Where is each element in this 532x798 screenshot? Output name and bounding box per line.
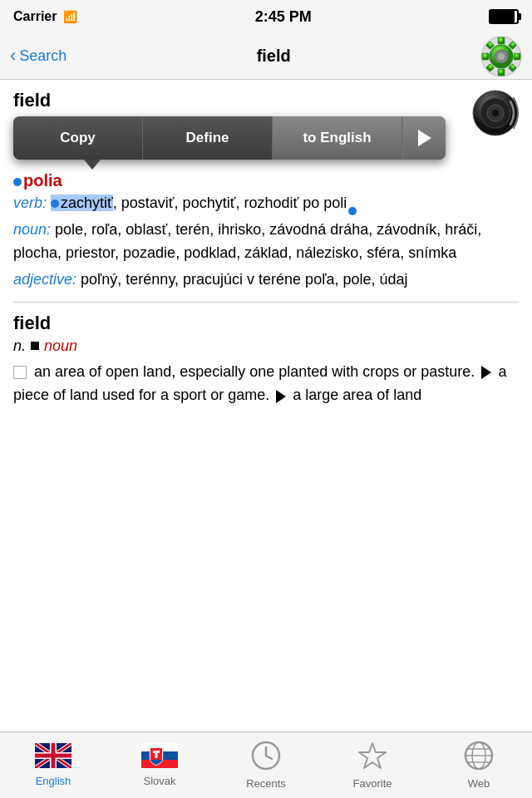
cursor-end-2 (348, 207, 357, 215)
status-time: 2:45 PM (255, 8, 312, 26)
svg-marker-33 (359, 743, 386, 768)
svg-rect-2 (498, 69, 505, 76)
context-menu: Copy Define to English (13, 116, 446, 160)
back-button[interactable]: ‹ Search (10, 47, 66, 66)
svg-point-15 (492, 110, 499, 116)
tab-favorite[interactable]: Favorite (319, 732, 426, 798)
svg-rect-3 (482, 53, 489, 60)
adj-definition: adjective: poľný, terénny, pracujúci v t… (13, 268, 519, 292)
svg-rect-24 (35, 754, 71, 758)
slovak-flag-icon (141, 743, 178, 771)
wifi-icon: 📶 (63, 10, 77, 23)
english-flag-icon (35, 743, 71, 771)
star-icon (357, 741, 387, 774)
verb-label: verb: (13, 195, 47, 211)
context-menu-wrapper: Copy Define to English (13, 116, 519, 160)
slovak-headword: polia (13, 171, 519, 190)
en-definition: an area of open land, especially one pla… (13, 360, 519, 408)
globe-icon (464, 741, 494, 774)
adj-label: adjective: (13, 271, 76, 288)
play-triangle-icon (418, 130, 431, 146)
battery-fill (490, 11, 515, 22)
back-label: Search (19, 47, 66, 65)
adj-defs: poľný, terénny, pracujúci v teréne poľa,… (81, 271, 407, 288)
play-inline-icon-2 (276, 390, 286, 403)
carrier-label: Carrier (13, 9, 57, 24)
battery-icon (489, 9, 519, 24)
en-def-text-3: a large area of land (293, 387, 421, 403)
tab-english[interactable]: English (0, 732, 106, 798)
define-button[interactable]: Define (143, 116, 273, 160)
svg-rect-1 (498, 37, 505, 44)
tab-favorite-label: Favorite (353, 777, 392, 790)
status-bar: Carrier 📶 2:45 PM (0, 0, 532, 33)
noun-defs: pole, roľa, oblasť, terén, ihrisko, závo… (13, 221, 481, 261)
settings-gear-icon[interactable] (480, 36, 522, 77)
to-english-button[interactable]: to English (273, 116, 402, 160)
chevron-left-icon: ‹ (10, 45, 16, 66)
page-title: field (257, 47, 291, 66)
noun-label: noun: (13, 221, 51, 238)
status-left: Carrier 📶 (13, 9, 77, 24)
tab-english-label: English (36, 775, 71, 787)
cursor-start (13, 178, 22, 186)
tab-web-label: Web (468, 777, 490, 790)
play-inline-icon-1 (481, 366, 491, 379)
nav-bar: ‹ Search field (0, 33, 532, 80)
headword-2: field (13, 313, 519, 334)
tab-web[interactable]: Web (426, 732, 532, 798)
headword-1: field (13, 90, 519, 111)
svg-point-11 (497, 52, 505, 61)
tab-slovak[interactable]: Slovak (106, 732, 213, 798)
verb-definition: verb: zachytiť, postaviť, pochytiť, rozh… (13, 192, 519, 215)
copy-button[interactable]: Copy (13, 116, 143, 160)
clock-icon (251, 741, 281, 774)
noun-definition: noun: pole, roľa, oblasť, terén, ihrisko… (13, 219, 519, 265)
tab-slovak-label: Slovak (143, 775, 175, 787)
verb-selected-start: zachytiť (51, 195, 113, 211)
play-button[interactable] (402, 116, 446, 160)
tab-bar: English Slovak (0, 732, 532, 798)
en-def-text-1: an area of open land, especially one pla… (34, 363, 475, 380)
main-content: field Copy Define to English polia verb:… (0, 80, 532, 407)
pos-long: noun (44, 337, 77, 355)
square-bullet (31, 342, 39, 350)
pos-short: n. (13, 337, 26, 355)
tab-recents[interactable]: Recents (213, 732, 319, 798)
svg-line-32 (266, 756, 272, 759)
gear-svg (480, 36, 522, 77)
tab-recents-label: Recents (246, 777, 286, 790)
divider-1 (13, 302, 519, 303)
def-checkbox (13, 366, 27, 379)
pos-line: n. noun (13, 337, 519, 355)
svg-rect-29 (155, 751, 158, 758)
svg-rect-4 (514, 53, 520, 60)
cursor-end (51, 200, 59, 208)
